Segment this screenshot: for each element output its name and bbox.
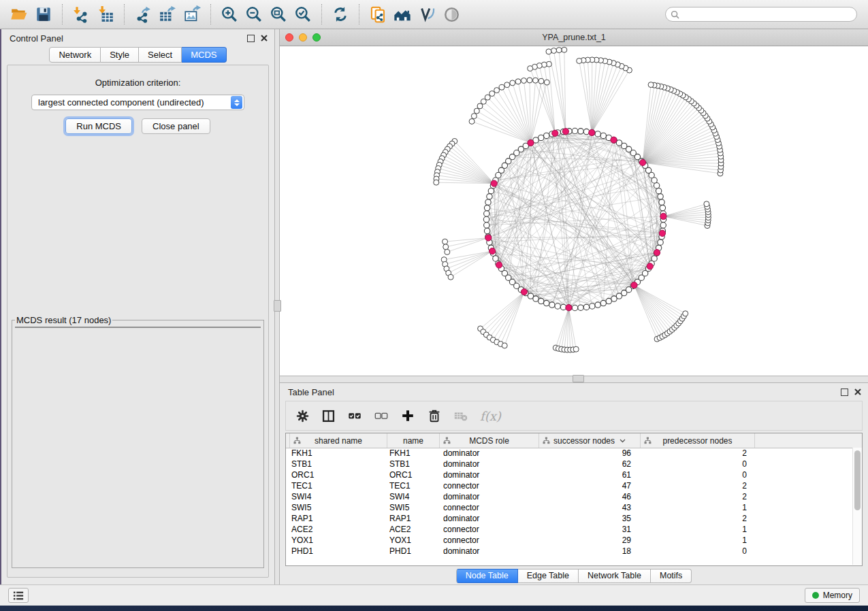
close-panel-icon[interactable]	[854, 389, 861, 395]
show-graphics-details-icon[interactable]	[441, 4, 462, 24]
tab-network-table[interactable]: Network Table	[579, 569, 651, 583]
column-header-name[interactable]: name	[387, 433, 440, 448]
import-network-icon[interactable]	[71, 4, 91, 24]
table-row[interactable]: PHD1PHD1dominator180	[286, 546, 852, 557]
delete-column-icon[interactable]	[427, 408, 442, 423]
table-cell: connector	[440, 524, 539, 535]
toggle-panel-columns-icon[interactable]	[321, 409, 336, 423]
search-input[interactable]	[682, 7, 856, 21]
save-session-icon[interactable]	[33, 4, 54, 24]
network-window: YPA_prune.txt_1	[280, 29, 868, 376]
table-row[interactable]: FKH1FKH1dominator962	[286, 448, 852, 459]
mcds-network-node[interactable]	[647, 263, 653, 269]
network-canvas[interactable]	[280, 46, 868, 376]
table-cell: 2	[641, 513, 755, 524]
select-all-rows-icon[interactable]	[347, 408, 362, 423]
mcds-network-node[interactable]	[562, 129, 568, 135]
window-close-icon[interactable]	[285, 33, 293, 42]
close-panel-button[interactable]: Close panel	[142, 118, 210, 134]
table-row[interactable]: YOX1YOX1connector291	[286, 535, 852, 546]
column-header-successor-nodes[interactable]: successor nodes	[539, 433, 641, 448]
zoom-in-icon[interactable]	[219, 4, 240, 24]
mcds-network-node[interactable]	[611, 137, 617, 143]
window-minimize-icon[interactable]	[299, 33, 307, 42]
column-settings-gear-icon[interactable]	[295, 409, 310, 423]
tab-mcds[interactable]: MCDS	[182, 47, 226, 63]
table-cell: FKH1	[387, 448, 440, 459]
table-scrollbar[interactable]	[852, 448, 862, 565]
zoom-out-icon[interactable]	[244, 4, 264, 24]
tab-style[interactable]: Style	[101, 47, 139, 63]
mcds-network-node[interactable]	[485, 235, 492, 241]
mcds-network-node[interactable]	[491, 180, 497, 186]
column-header-MCDS-role[interactable]: MCDS role	[440, 433, 539, 448]
scrollbar-thumb[interactable]	[854, 450, 861, 510]
column-header-predecessor-nodes[interactable]: predecessor nodes	[641, 433, 755, 448]
hide-graphics-details-icon[interactable]	[417, 4, 437, 24]
window-maximize-icon[interactable]	[312, 33, 321, 42]
table-cell: STB1	[387, 459, 440, 469]
create-column-icon[interactable]	[400, 408, 415, 423]
mcds-network-node[interactable]	[496, 262, 502, 268]
zoom-selected-icon[interactable]	[293, 4, 313, 24]
table-row[interactable]: TEC1TEC1connector472	[286, 480, 852, 491]
tab-edge-table[interactable]: Edge Table	[518, 569, 579, 583]
memory-button[interactable]: Memory	[805, 588, 860, 603]
network-window-title: YPA_prune.txt_1	[280, 33, 868, 42]
mcds-network-node[interactable]	[631, 282, 637, 288]
node-table[interactable]: shared namenameMCDS rolesuccessor nodesp…	[285, 433, 863, 566]
tab-network[interactable]: Network	[49, 47, 101, 63]
tab-select[interactable]: Select	[139, 47, 182, 63]
tab-node-table[interactable]: Node Table	[456, 569, 518, 583]
mcds-network-node[interactable]	[552, 130, 558, 136]
mcds-network-node[interactable]	[489, 248, 496, 254]
automation-panel-button[interactable]	[8, 588, 29, 603]
horizontal-splitter[interactable]	[280, 376, 868, 383]
mcds-result-title: MCDS result (17 nodes)	[15, 315, 112, 325]
table-row[interactable]: ACE2ACE2connector311	[286, 524, 852, 535]
share-network-icon[interactable]	[368, 4, 388, 24]
mcds-network-node[interactable]	[639, 159, 645, 165]
table-row[interactable]: RAP1RAP1dominator352	[286, 513, 852, 524]
table-row[interactable]: STB1STB1dominator620	[286, 459, 852, 469]
splitter-grip-icon[interactable]	[274, 300, 281, 312]
mcds-network-node[interactable]	[660, 213, 666, 219]
float-panel-icon[interactable]	[247, 35, 255, 42]
table-row[interactable]: SWI5SWI5connector431	[286, 502, 852, 513]
criterion-select[interactable]: largest connected component (undirected)	[31, 95, 244, 110]
close-panel-icon[interactable]	[261, 35, 268, 42]
mcds-network-node[interactable]	[528, 139, 534, 146]
mcds-network-node[interactable]	[659, 230, 665, 236]
refresh-icon[interactable]	[330, 4, 351, 24]
export-image-icon[interactable]	[182, 4, 202, 24]
table-cell: 0	[641, 469, 755, 480]
table-cell: ACE2	[286, 524, 387, 535]
table-toolbar: f(x)	[285, 401, 863, 431]
table-cell: PHD1	[387, 546, 440, 557]
export-network-icon[interactable]	[133, 4, 153, 24]
splitter-grip-icon[interactable]	[573, 375, 584, 382]
column-header-shared-name[interactable]: shared name	[290, 433, 387, 448]
import-table-icon[interactable]	[95, 4, 116, 24]
zoom-fit-icon[interactable]	[268, 4, 289, 24]
desktop-wallpaper	[0, 606, 868, 611]
tab-motifs[interactable]: Motifs	[651, 569, 692, 583]
vertical-splitter[interactable]	[274, 29, 280, 584]
mcds-network-node[interactable]	[566, 305, 572, 311]
deselect-all-rows-icon[interactable]	[374, 408, 389, 423]
mcds-network-node[interactable]	[654, 250, 660, 256]
table-cell: RAP1	[387, 513, 440, 524]
float-panel-icon[interactable]	[841, 389, 848, 396]
table-row[interactable]: ORC1ORC1dominator610	[286, 469, 852, 480]
open-file-icon[interactable]	[9, 4, 29, 24]
mcds-network-node[interactable]	[589, 129, 595, 135]
network-home-icon[interactable]	[392, 4, 413, 24]
table-cell: ACE2	[387, 524, 440, 535]
table-cell: 0	[641, 459, 755, 469]
table-row[interactable]: SWI4SWI4dominator462	[286, 491, 852, 502]
table-cell: 43	[539, 502, 641, 513]
table-cell: SWI5	[286, 502, 387, 513]
export-table-icon[interactable]	[157, 4, 178, 24]
run-mcds-button[interactable]: Run MCDS	[65, 118, 132, 134]
mcds-network-node[interactable]	[521, 288, 527, 295]
